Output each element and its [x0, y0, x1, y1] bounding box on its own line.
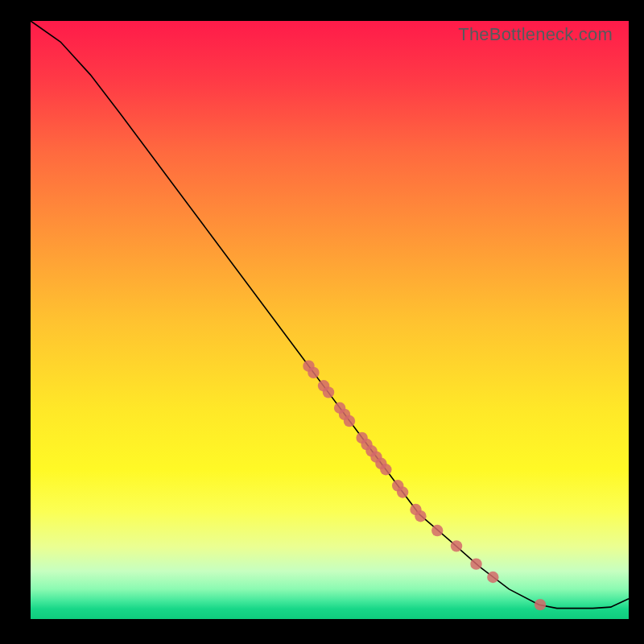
- data-point: [397, 486, 408, 497]
- data-point: [487, 572, 498, 583]
- data-point: [431, 525, 443, 536]
- data-point: [535, 599, 546, 610]
- data-point: [470, 558, 481, 569]
- data-point: [415, 510, 426, 522]
- curve-line: [31, 21, 629, 609]
- gradient-plot-canvas: TheBottleneck.com: [31, 21, 629, 619]
- data-point: [323, 386, 334, 398]
- data-point: [308, 367, 319, 378]
- data-point: [451, 540, 462, 551]
- data-point: [380, 464, 391, 475]
- plot-svg: [31, 21, 629, 619]
- data-point: [344, 415, 355, 427]
